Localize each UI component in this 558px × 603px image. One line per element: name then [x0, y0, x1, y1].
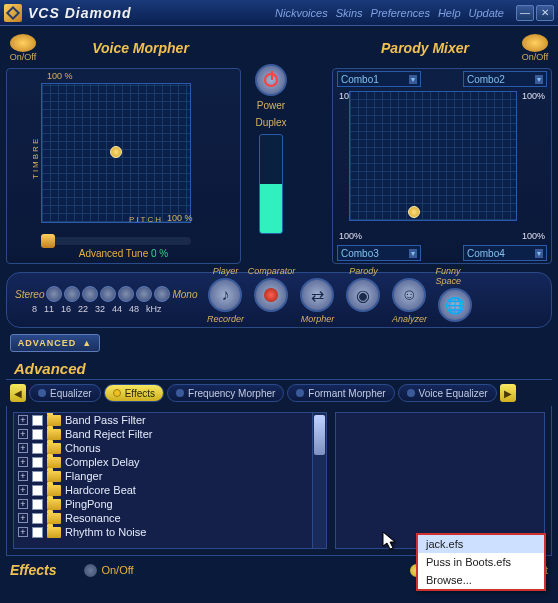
analyzer-button[interactable]: 🌐 — [438, 288, 472, 322]
effect-item[interactable]: +Band Pass Filter — [14, 413, 326, 427]
parody-button[interactable]: ☺ — [392, 278, 426, 312]
expand-icon[interactable]: + — [18, 415, 28, 425]
folder-icon — [47, 485, 61, 496]
menu-preferences[interactable]: Preferences — [371, 7, 430, 19]
tab-frequency-morpher[interactable]: Frequency Morpher — [167, 384, 284, 402]
effect-item[interactable]: +PingPong — [14, 497, 326, 511]
effect-item[interactable]: +Rhythm to Noise — [14, 525, 326, 539]
combo3-select[interactable]: Combo3 — [337, 245, 421, 261]
vm-title: Voice Morpher — [40, 40, 241, 56]
comparator-button[interactable]: ⇄ — [300, 278, 334, 312]
adv-tune-slider[interactable] — [41, 237, 191, 245]
minimize-button[interactable]: — — [516, 5, 534, 21]
effect-checkbox[interactable] — [32, 499, 43, 510]
tab-formant-morpher[interactable]: Formant Morpher — [287, 384, 394, 402]
app-title: VCS Diamond — [28, 5, 132, 21]
effect-item[interactable]: +Chorus — [14, 441, 326, 455]
titlebar: VCS Diamond Nickvoices Skins Preferences… — [0, 0, 558, 26]
effect-item[interactable]: +Resonance — [14, 511, 326, 525]
expand-icon[interactable]: + — [18, 499, 28, 509]
expand-icon[interactable]: + — [18, 471, 28, 481]
footer-onoff[interactable]: On/Off — [84, 564, 133, 577]
effect-checkbox[interactable] — [32, 527, 43, 538]
vm-onoff-button[interactable] — [10, 34, 36, 52]
tab-voice-equalizer[interactable]: Voice Equalizer — [398, 384, 497, 402]
pm-marker-dot[interactable] — [408, 206, 420, 218]
menu-nickvoices[interactable]: Nickvoices — [275, 7, 328, 19]
menu-skins[interactable]: Skins — [336, 7, 363, 19]
expand-icon[interactable]: + — [18, 485, 28, 495]
folder-icon — [47, 443, 61, 454]
rate-knob-22[interactable] — [100, 286, 116, 302]
effect-checkbox[interactable] — [32, 429, 43, 440]
parody-mixer-section: Parody Mixer On/Off Combo1 Combo2 100% 1… — [332, 30, 552, 264]
folder-icon — [47, 457, 61, 468]
close-button[interactable]: ✕ — [536, 5, 554, 21]
effect-item[interactable]: +Complex Delay — [14, 455, 326, 469]
pm-onoff-label: On/Off — [522, 52, 548, 62]
pm-onoff-group: On/Off — [518, 34, 552, 62]
pm-onoff-button[interactable] — [522, 34, 548, 52]
rate-knob-11[interactable] — [64, 286, 80, 302]
combo2-select[interactable]: Combo2 — [463, 71, 547, 87]
vm-marker-dot[interactable] — [110, 146, 122, 158]
main-menu: Nickvoices Skins Preferences Help Update — [275, 7, 504, 19]
rate-knob-48[interactable] — [154, 286, 170, 302]
pm-grid[interactable] — [349, 91, 517, 221]
load-context-menu: jack.efs Puss in Boots.efs Browse... — [416, 533, 546, 591]
expand-icon[interactable]: + — [18, 443, 28, 453]
menu-item-pussinboots[interactable]: Puss in Boots.efs — [418, 553, 544, 571]
adv-tune-handle[interactable] — [41, 234, 55, 248]
effect-item[interactable]: +Hardcore Beat — [14, 483, 326, 497]
expand-icon[interactable]: + — [18, 429, 28, 439]
tab-effects[interactable]: Effects — [104, 384, 164, 402]
advanced-tabs: ◀ Equalizer Effects Frequency Morpher Fo… — [6, 379, 552, 406]
duplex-meter[interactable] — [259, 134, 283, 234]
advanced-toggle-button[interactable]: ADVANCED▲ — [10, 334, 100, 352]
expand-icon[interactable]: + — [18, 527, 28, 537]
vm-grid[interactable] — [41, 83, 191, 223]
recorder-button[interactable] — [254, 278, 288, 312]
rate-knob-8[interactable] — [46, 286, 62, 302]
folder-icon — [47, 499, 61, 510]
rate-knob-32[interactable] — [118, 286, 134, 302]
effect-checkbox[interactable] — [32, 485, 43, 496]
vm-timbre-pct: 100 % — [47, 71, 73, 81]
menu-help[interactable]: Help — [438, 7, 461, 19]
tab-scroll-right[interactable]: ▶ — [500, 384, 516, 402]
effect-checkbox[interactable] — [32, 415, 43, 426]
morpher-button[interactable]: ◉ — [346, 278, 380, 312]
power-button[interactable] — [255, 64, 287, 96]
effect-label: PingPong — [65, 498, 113, 510]
combo4-select[interactable]: Combo4 — [463, 245, 547, 261]
window-controls: — ✕ — [516, 5, 554, 21]
effect-item[interactable]: +Band Reject Filter — [14, 427, 326, 441]
tab-equalizer[interactable]: Equalizer — [29, 384, 101, 402]
scrollbar-thumb[interactable] — [314, 415, 325, 455]
effect-checkbox[interactable] — [32, 471, 43, 482]
vm-pitch-pct: 100 % — [167, 213, 193, 223]
voice-morpher-section: On/Off Voice Morpher 100 % TIMBRE PITCH … — [6, 30, 241, 264]
effect-checkbox[interactable] — [32, 457, 43, 468]
rate-knob-44[interactable] — [136, 286, 152, 302]
effect-checkbox[interactable] — [32, 443, 43, 454]
funnyspace-label: Funny Space — [435, 266, 475, 286]
footer-onoff-label: On/Off — [101, 564, 133, 576]
menu-update[interactable]: Update — [469, 7, 504, 19]
menu-item-jack[interactable]: jack.efs — [418, 535, 544, 553]
menu-item-browse[interactable]: Browse... — [418, 571, 544, 589]
effect-checkbox[interactable] — [32, 513, 43, 524]
player-button[interactable]: ♪ — [208, 278, 242, 312]
combo1-select[interactable]: Combo1 — [337, 71, 421, 87]
tab-dot-icon — [407, 389, 415, 397]
expand-icon[interactable]: + — [18, 513, 28, 523]
rate-knob-16[interactable] — [82, 286, 98, 302]
effect-label: Band Reject Filter — [65, 428, 152, 440]
effects-scrollbar[interactable] — [312, 413, 326, 548]
tab-scroll-left[interactable]: ◀ — [10, 384, 26, 402]
pm-pct4: 100% — [522, 231, 545, 241]
effect-item[interactable]: +Flanger — [14, 469, 326, 483]
adv-tune-row: Advanced Tune 0 % — [7, 248, 240, 259]
expand-icon[interactable]: + — [18, 457, 28, 467]
tab-dot-icon — [38, 389, 46, 397]
